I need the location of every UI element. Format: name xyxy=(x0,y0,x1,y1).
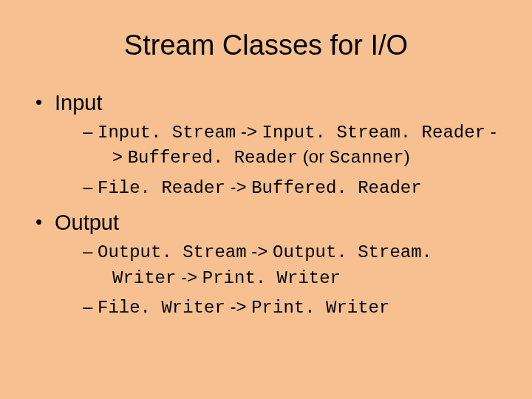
code-filereader: File. Reader xyxy=(98,178,225,198)
output-item-2: File. Writer -> Print. Writer xyxy=(55,295,502,320)
output-heading: Output xyxy=(55,211,119,234)
code-inputstream: Input. Stream xyxy=(98,123,236,143)
code-filewriter: File. Writer xyxy=(98,298,225,318)
input-heading-item: Input Input. Stream -> Input. Stream. Re… xyxy=(30,91,502,200)
code-printwriter: Print. Writer xyxy=(251,298,389,318)
code-bufferedreader: Buffered. Reader xyxy=(251,178,421,198)
input-heading: Input xyxy=(55,91,103,115)
output-sublist: Output. Stream -> Output. Stream. Writer… xyxy=(55,239,502,320)
text-close-paren: ) xyxy=(404,146,410,166)
code-bufferedreader: Buffered. Reader xyxy=(128,148,298,168)
input-item-1: Input. Stream -> Input. Stream. Reader -… xyxy=(55,120,502,171)
arrow: -> xyxy=(236,121,262,141)
output-item-1: Output. Stream -> Output. Stream. Writer… xyxy=(55,239,502,290)
bullet-list-level1: Input Input. Stream -> Input. Stream. Re… xyxy=(30,91,502,320)
input-sublist: Input. Stream -> Input. Stream. Reader -… xyxy=(55,120,502,200)
code-inputstreamreader: Input. Stream. Reader xyxy=(262,123,485,143)
arrow: -> xyxy=(247,241,273,261)
slide: Stream Classes for I/O Input Input. Stre… xyxy=(0,0,532,399)
code-outputstream: Output. Stream xyxy=(98,242,247,262)
code-scanner: Scanner xyxy=(330,148,404,168)
arrow: -> xyxy=(176,267,202,287)
input-item-2: File. Reader -> Buffered. Reader xyxy=(55,175,502,200)
text-or: (or xyxy=(298,146,330,166)
output-heading-item: Output Output. Stream -> Output. Stream.… xyxy=(30,211,502,320)
code-printwriter: Print. Writer xyxy=(202,268,341,288)
arrow: -> xyxy=(225,177,251,197)
slide-title: Stream Classes for I/O xyxy=(30,30,502,61)
arrow: -> xyxy=(225,296,251,316)
